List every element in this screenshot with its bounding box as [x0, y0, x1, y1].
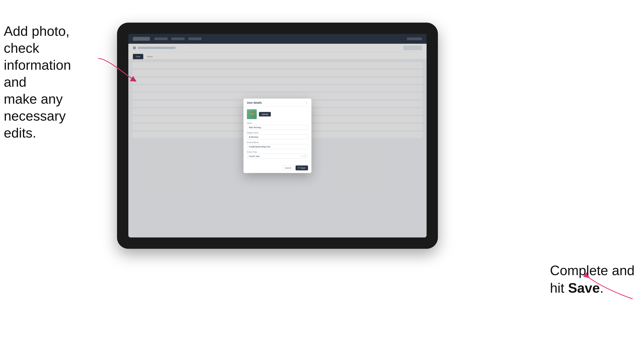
display-name-input[interactable] [247, 135, 308, 140]
select-icons: ✕ ▲▼ [301, 155, 306, 157]
user-photo: 🧍 [247, 109, 257, 119]
tablet-screen: User Active User details × [128, 34, 426, 237]
school-year-select-wrapper: First Year Second Year Third Year Fourth… [247, 154, 308, 159]
email-input[interactable] [247, 144, 308, 149]
school-year-field-group: School Year First Year Second Year Third… [247, 151, 308, 159]
user-details-modal: User details × 🧍 Upload Name [244, 99, 312, 173]
annotation-right-line1: Complete and [550, 262, 634, 280]
name-field-group: Name [247, 122, 308, 130]
email-field-group: Email address [247, 141, 308, 149]
modal-overlay: User details × 🧍 Upload Name [128, 34, 426, 237]
display-name-field-group: Display name [247, 132, 308, 140]
select-clear-icon[interactable]: ✕ [301, 155, 302, 157]
tablet-device: User Active User details × [117, 23, 438, 249]
close-icon[interactable]: × [305, 101, 308, 104]
annotation-right-line2: hit Save. [550, 279, 634, 297]
modal-footer: Cancel ⬆ Save [244, 164, 312, 173]
chevron-down-icon: ▲▼ [303, 155, 306, 157]
cancel-button[interactable]: Cancel [282, 166, 294, 170]
annotation-left: Add photo, check information and make an… [4, 23, 94, 141]
modal-title: User details [247, 101, 262, 104]
save-label: Save [301, 167, 306, 169]
display-name-label: Display name [247, 132, 308, 134]
save-button[interactable]: ⬆ Save [296, 166, 308, 170]
annotation-right: Complete and hit Save. [550, 262, 634, 297]
save-icon: ⬆ [298, 167, 300, 169]
modal-body: 🧍 Upload Name Display name [244, 106, 312, 164]
school-year-label: School Year [247, 151, 308, 153]
name-label: Name [247, 122, 308, 124]
name-input[interactable] [247, 125, 308, 130]
modal-header: User details × [244, 99, 312, 106]
user-avatar: 🧍 [247, 109, 257, 119]
school-year-select[interactable]: First Year Second Year Third Year Fourth… [247, 154, 308, 159]
email-label: Email address [247, 141, 308, 143]
photo-section: 🧍 Upload [247, 109, 308, 119]
upload-button[interactable]: Upload [259, 112, 271, 117]
